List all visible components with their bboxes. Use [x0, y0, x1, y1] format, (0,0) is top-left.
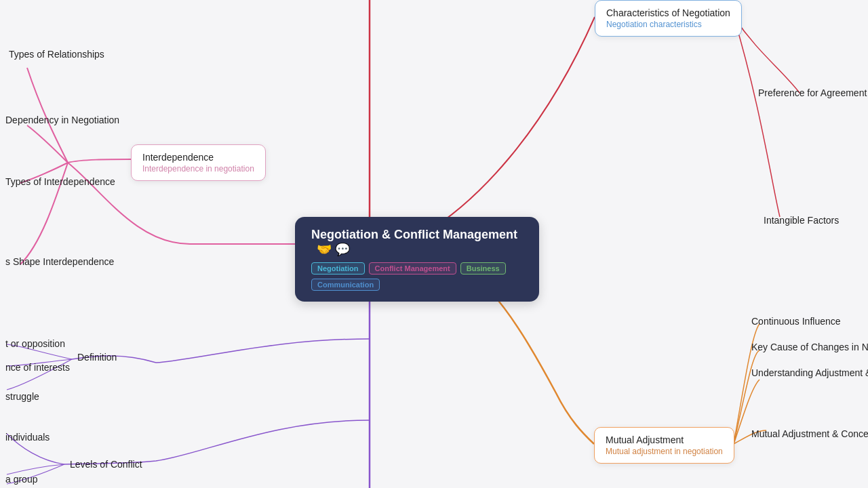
conflict-or-opposition-node: t or opposition	[0, 336, 71, 352]
struggle-node: struggle	[0, 388, 45, 405]
characteristics-subtitle: Negotiation characteristics	[606, 20, 730, 29]
shape-interdependence-node: s Shape Interdependence	[0, 253, 119, 270]
levels-of-conflict-node: Levels of Conflict	[64, 456, 148, 472]
mind-map-canvas: Negotiation & Conflict Management 🤝 💬 Ne…	[0, 0, 868, 488]
interdependence-subtitle: Interdependence in negotiation	[142, 164, 254, 174]
tag-business[interactable]: Business	[460, 262, 506, 274]
mutual-adjustment-concept-node: Mutual Adjustment & Conce...	[746, 426, 868, 442]
characteristics-node[interactable]: Characteristics of Negotiation Negotiati…	[595, 0, 742, 37]
types-of-interdependence-node: Types of Interdependence	[0, 174, 121, 190]
tag-negotiation[interactable]: Negotiation	[311, 262, 365, 274]
preference-for-agreement-node: Preference for Agreement .	[753, 85, 868, 101]
mutual-adjustment-node[interactable]: Mutual Adjustment Mutual adjustment in n…	[594, 427, 734, 464]
tag-communication[interactable]: Communication	[311, 279, 380, 291]
continuous-influence-node: Continuous Influence	[746, 313, 846, 329]
dependency-in-negotiation-node: Dependency in Negotiation	[0, 112, 125, 128]
center-tags: Negotiation Conflict Management Business…	[311, 262, 523, 291]
tag-conflict-management[interactable]: Conflict Management	[369, 262, 456, 274]
understanding-adjustment-node: Understanding Adjustment &...	[746, 365, 868, 381]
a-group-node: a group	[0, 471, 43, 487]
intangible-factors-node: Intangible Factors	[758, 212, 844, 228]
types-of-relationships-node: Types of Relationships	[3, 46, 110, 62]
definition-node: Definition	[72, 349, 122, 365]
key-cause-node: Key Cause of Changes in Neg...	[746, 339, 868, 355]
center-node[interactable]: Negotiation & Conflict Management 🤝 💬 Ne…	[295, 217, 539, 302]
mutual-adjustment-subtitle: Mutual adjustment in negotiation	[606, 447, 723, 456]
individuals-node: individuals	[0, 429, 55, 445]
center-title: Negotiation & Conflict Management	[311, 228, 517, 241]
characteristics-title: Characteristics of Negotiation	[606, 7, 730, 18]
mutual-adjustment-title: Mutual Adjustment	[606, 434, 723, 445]
interdependence-node[interactable]: Interdependence Interdependence in negot…	[131, 144, 266, 181]
interdependence-title: Interdependence	[142, 152, 254, 163]
center-emojis: 🤝 💬	[317, 243, 350, 256]
divergence-of-interests-node: nce of interests	[0, 359, 75, 375]
